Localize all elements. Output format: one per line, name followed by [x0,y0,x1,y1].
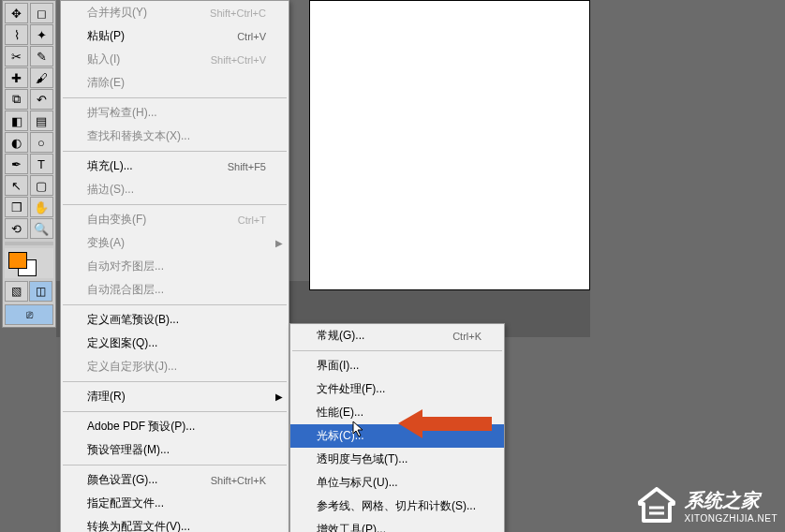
menu-item-shortcut: Ctrl+T [238,214,266,226]
menu-item-label: 透明度与色域(T)... [317,451,407,467]
menu-item-label: 转换为配置文件(V)... [87,519,190,532]
edit-menu-item-2: 贴入(I)Shift+Ctrl+V [61,48,289,71]
menu-item-label: 增效工具(P)... [317,522,386,532]
menu-item-label: 自动混合图层... [87,282,164,298]
edit-menu-item-18: 定义自定形状(J)... [61,355,289,378]
edit-menu-separator [63,465,287,466]
gradient-tool[interactable]: ▤ [30,111,53,131]
marquee-tool[interactable]: ◻ [30,3,53,23]
menu-item-shortcut: Shift+Ctrl+C [210,7,266,19]
menu-item-label: 单位与标尺(U)... [317,475,398,491]
pref-submenu-item-9[interactable]: 增效工具(P)... [290,518,504,532]
foreground-color-swatch[interactable] [8,252,27,269]
edit-menu-separator [63,304,287,305]
menu-item-label: 指定配置文件... [87,495,164,511]
menu-item-label: 定义图案(Q)... [87,335,157,351]
edit-menu-separator [63,97,287,98]
menu-item-label: 定义画笔预设(B)... [87,312,179,328]
edit-menu-item-27[interactable]: 转换为配置文件(V)... [61,515,289,532]
menu-item-label: 清理(R) [87,389,126,405]
menu-item-label: 参考线、网格、切片和计数(S)... [317,498,476,514]
menu-item-label: 拼写检查(H)... [87,105,157,121]
rotate-tool[interactable]: ⟲ [5,218,28,239]
svg-marker-0 [398,409,492,438]
annotation-arrow-icon [398,407,492,440]
edit-menu-item-20[interactable]: 清理(R)▶ [61,385,289,408]
3d-tool[interactable]: ❒ [5,197,28,217]
zoom-tool[interactable]: 🔍 [30,218,53,239]
edit-menu-item-8[interactable]: 填充(L)...Shift+F5 [61,155,289,178]
menu-item-shortcut: Shift+F5 [228,161,266,172]
menu-item-label: 自动对齐图层... [87,259,164,274]
pref-submenu-item-2[interactable]: 界面(I)... [290,354,504,377]
menu-item-label: 性能(E)... [317,405,363,421]
edit-menu-separator [63,381,287,382]
type-tool[interactable]: T [30,154,53,174]
edit-menu-item-23[interactable]: 预设管理器(M)... [61,438,289,462]
pref-submenu-item-8[interactable]: 参考线、网格、切片和计数(S)... [290,495,504,518]
path-tool[interactable]: ↖ [5,175,28,196]
edit-menu-item-13: 自动对齐图层... [61,255,289,278]
menu-item-label: 变换(A) [87,235,125,251]
menu-item-label: 文件处理(F)... [317,381,385,397]
menu-item-label: 常规(G)... [317,328,364,344]
shape-tool[interactable]: ▢ [30,175,53,196]
wand-tool[interactable]: ✦ [30,24,53,45]
watermark-url: XITONGZHIJIA.NET [685,513,778,524]
edit-menu-item-3: 清除(E) [61,71,289,95]
pref-submenu-item-6[interactable]: 透明度与色域(T)... [290,448,504,471]
pref-submenu-separator [292,350,502,351]
menu-item-label: 颜色设置(G)... [87,472,157,488]
edit-menu-item-12: 变换(A)▶ [61,231,289,255]
dodge-tool[interactable]: ○ [30,132,53,153]
lasso-tool[interactable]: ⌇ [5,24,28,45]
edit-menu-separator [63,411,287,412]
eyedropper-tool[interactable]: ✎ [30,46,53,66]
menu-item-label: 描边(S)... [87,182,134,198]
edit-menu-item-16[interactable]: 定义画笔预设(B)... [61,308,289,332]
menu-item-label: Adobe PDF 预设(P)... [87,419,195,435]
menu-item-label: 界面(I)... [317,358,359,374]
edit-menu-item-14: 自动混合图层... [61,278,289,302]
edit-menu-item-1[interactable]: 粘贴(P)Ctrl+V [61,24,289,48]
edit-menu-item-22[interactable]: Adobe PDF 预设(P)... [61,415,289,438]
edit-menu-item-5: 拼写检查(H)... [61,101,289,125]
eraser-tool[interactable]: ◧ [5,111,28,131]
pref-submenu-item-3[interactable]: 文件处理(F)... [290,377,504,401]
edit-menu-item-11: 自由变换(F)Ctrl+T [61,208,289,231]
hand-tool[interactable]: ✋ [30,197,53,217]
pref-submenu-item-0[interactable]: 常规(G)...Ctrl+K [290,324,504,347]
menu-item-label: 填充(L)... [87,158,133,174]
history-tool[interactable]: ↶ [30,89,53,110]
menu-item-label: 查找和替换文本(X)... [87,128,190,144]
toolbox: ✥◻⌇✦✂✎✚🖌⧉↶◧▤◐○✒T↖▢❒✋⟲🔍▧◫⎚ [2,0,56,328]
color-swatches[interactable] [5,248,53,278]
pen-tool[interactable]: ✒ [5,154,28,174]
edit-menu-item-25[interactable]: 颜色设置(G)...Shift+Ctrl+K [61,468,289,492]
healing-tool[interactable]: ✚ [5,67,28,88]
tool-separator [5,242,53,245]
edit-menu-item-0: 合并拷贝(Y)Shift+Ctrl+C [61,1,289,24]
menu-item-label: 合并拷贝(Y) [87,5,147,21]
menu-item-label: 清除(E) [87,75,125,91]
crop-tool[interactable]: ✂ [5,46,28,66]
move-tool[interactable]: ✥ [5,3,28,23]
quickmask-mode-button[interactable]: ◫ [29,281,52,302]
watermark: 系统之家 XITONGZHIJIA.NET [636,487,778,525]
edit-menu-item-9: 描边(S)... [61,178,289,201]
brush-tool[interactable]: 🖌 [30,67,53,88]
menu-item-shortcut: Shift+Ctrl+V [211,54,266,66]
menu-item-label: 粘贴(P) [87,28,125,44]
stamp-tool[interactable]: ⧉ [5,89,28,110]
pref-submenu-item-7[interactable]: 单位与标尺(U)... [290,471,504,495]
blur-tool[interactable]: ◐ [5,132,28,153]
menu-item-label: 贴入(I) [87,52,120,67]
edit-menu-item-26[interactable]: 指定配置文件... [61,492,289,515]
edit-menu-item-17[interactable]: 定义图案(Q)... [61,332,289,355]
standard-mode-button[interactable]: ▧ [5,281,28,302]
menu-item-label: 预设管理器(M)... [87,442,170,458]
menu-item-shortcut: Shift+Ctrl+K [211,475,266,486]
submenu-arrow-icon: ▶ [275,238,283,248]
document-canvas[interactable] [309,0,590,290]
screen-mode-button[interactable]: ⎚ [5,304,53,325]
